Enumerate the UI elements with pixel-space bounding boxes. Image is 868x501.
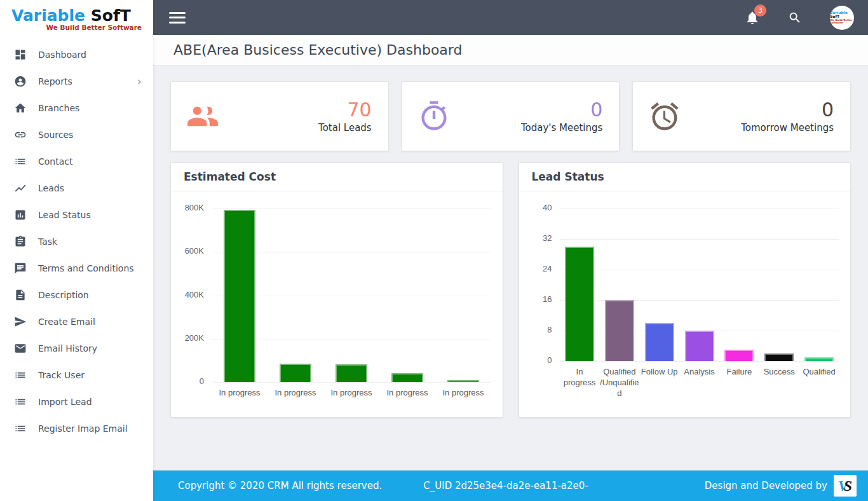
bar-in-progress [391, 373, 423, 382]
gridline [560, 361, 839, 362]
sidebar-item-label: Branches [38, 103, 142, 113]
sidebar-item-label: Task [38, 237, 142, 247]
sidebar-item-label: Contact [38, 156, 142, 167]
sidebar-item-label: Track User [38, 370, 142, 380]
sidebar-item-contact[interactable]: Contact [0, 148, 153, 175]
gridline [560, 209, 839, 209]
footer: Copyright © 2020 CRM All rights reserved… [153, 470, 868, 501]
sidebar-item-task[interactable]: Task [0, 228, 153, 255]
sidebar-item-sources[interactable]: Sources [0, 121, 153, 148]
brand-name: Variable SofT [11, 6, 144, 25]
sidebar-item-label: Sources [38, 130, 142, 140]
chevron-right-icon: › [137, 76, 142, 87]
sidebar-item-terms-and-conditions[interactable]: Terms and Conditions [0, 255, 153, 282]
document-icon [14, 289, 27, 301]
bar-in-progress [336, 364, 367, 382]
x-tick-label: In progress [560, 367, 600, 388]
footer-credit: Design and Developed by [705, 480, 827, 491]
stat-card-tomorrow-meetings: 0 Tomorrow Meetings [632, 81, 851, 151]
menu-icon[interactable] [169, 12, 186, 24]
lead-status-chart-card: Lead Status 0816243240In progressQualifi… [519, 162, 851, 418]
sidebar-item-label: Import Lead [38, 397, 142, 407]
estimated-cost-chart-card: Estimated Cost 0200K400K600K800KIn progr… [170, 162, 503, 418]
avatar-logo-text: Variable SofT [830, 11, 854, 19]
sidebar-item-reports[interactable]: Reports› [0, 68, 153, 95]
x-tick-label: In progress [212, 388, 268, 399]
sidebar-item-register-imap-email[interactable]: Register Imap Email [0, 415, 153, 442]
stopwatch-icon [417, 100, 451, 133]
sidebar-nav: DashboardReports›BranchesSourcesContactL… [0, 41, 153, 442]
stat-value: 70 [318, 99, 372, 121]
gridline [560, 300, 839, 301]
trending-up-icon [14, 182, 27, 195]
home-icon [14, 102, 27, 114]
y-tick-label: 24 [519, 264, 552, 273]
stats-row: 70 Total Leads 0 Today's Meetings 0 Tomo… [153, 81, 868, 151]
sidebar-item-dashboard[interactable]: Dashboard [0, 41, 153, 68]
brand-logo[interactable]: Variable SofT We Build Better Software [0, 0, 153, 34]
page-title-band: ABE(Area Busicess Executive) Dashboard [153, 35, 868, 65]
sidebar-item-email-history[interactable]: Email History [0, 335, 153, 362]
x-tick-label: In progress [323, 388, 379, 399]
clipboard-icon [14, 235, 27, 248]
stat-card-total-leads: 70 Total Leads [170, 81, 389, 151]
sidebar-item-lead-status[interactable]: Lead Status [0, 202, 153, 228]
chart-title: Estimated Cost [171, 163, 503, 191]
sidebar-item-label: Terms and Conditions [38, 263, 142, 273]
list-icon [14, 395, 27, 408]
main-content: ABE(Area Busicess Executive) Dashboard 7… [153, 35, 868, 470]
person-icon [14, 75, 27, 88]
y-tick-label: 0 [171, 376, 204, 386]
bar-in-progress [447, 380, 479, 382]
people-icon [186, 100, 219, 133]
x-tick-label: In progress [435, 388, 491, 399]
bar-chart-icon [14, 209, 27, 221]
x-tick-label: In progress [379, 388, 435, 399]
sidebar-item-description[interactable]: Description [0, 282, 153, 308]
y-tick-label: 0 [519, 355, 552, 365]
bar-follow-up [645, 323, 674, 361]
search-icon[interactable] [788, 11, 802, 25]
dashboard-icon [14, 48, 27, 61]
bar-qualified [804, 357, 834, 361]
page-title: ABE(Area Busicess Executive) Dashboard [173, 42, 462, 58]
bar-failure [724, 350, 754, 361]
bar-analysis [685, 331, 714, 361]
x-tick-label: Qualified [799, 367, 839, 378]
sidebar-item-label: Leads [38, 183, 142, 193]
sidebar-item-label: Dashboard [38, 50, 142, 60]
stat-card-todays-meetings: 0 Today's Meetings [402, 81, 620, 151]
sidebar-item-label: Lead Status [38, 210, 142, 220]
sidebar: Variable SofT We Build Better Software D… [0, 0, 153, 501]
bar-in-progress [280, 364, 311, 382]
variablesoft-logo[interactable]: V S [834, 475, 857, 497]
list-icon [14, 422, 27, 435]
stat-label: Total Leads [318, 122, 372, 134]
list-icon [14, 369, 27, 381]
sidebar-item-leads[interactable]: Leads [0, 175, 153, 202]
x-tick-label: Failure [719, 367, 759, 378]
stat-value: 0 [521, 99, 602, 121]
x-tick-label: In progress [268, 388, 323, 399]
sidebar-item-branches[interactable]: Branches [0, 95, 153, 121]
y-tick-label: 40 [519, 203, 552, 212]
sidebar-item-import-lead[interactable]: Import Lead [0, 388, 153, 415]
bar-qualified-unqualified [605, 300, 634, 361]
gridline [560, 239, 839, 240]
gridline [560, 270, 839, 270]
user-avatar[interactable]: Variable SofT We Build Better Software [830, 6, 854, 30]
sidebar-item-create-email[interactable]: Create Email [0, 308, 153, 335]
chart-plot-area [560, 209, 839, 361]
bell-icon[interactable]: 3 [745, 10, 760, 25]
sidebar-item-label: Description [38, 290, 142, 300]
envelope-icon [14, 342, 27, 355]
y-tick-label: 200K [171, 333, 204, 343]
chart-title: Lead Status [519, 163, 851, 191]
stat-label: Tomorrow Meetings [741, 122, 834, 134]
sidebar-item-track-user[interactable]: Track User [0, 362, 153, 388]
charts-row: Estimated Cost 0200K400K600K800KIn progr… [153, 162, 868, 418]
y-tick-label: 400K [171, 290, 204, 299]
list-icon [14, 155, 27, 168]
x-tick-label: Analysis [679, 367, 719, 378]
gridline [212, 382, 491, 383]
